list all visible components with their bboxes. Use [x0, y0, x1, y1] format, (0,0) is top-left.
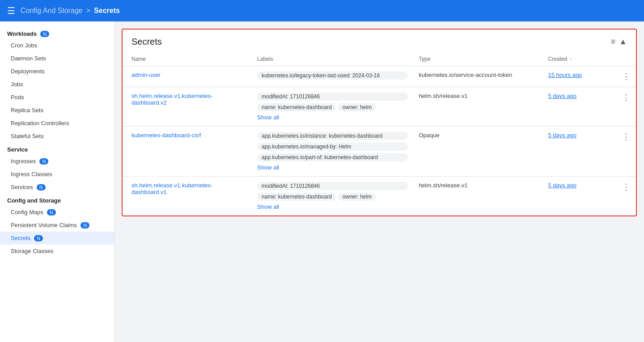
sort-icon: ↑ — [570, 57, 572, 62]
col-header-labels: Labels — [252, 52, 413, 66]
sidebar-item-stateful-sets[interactable]: Stateful Sets — [0, 130, 114, 143]
labels-container: kubernetes.io/legacy-token-last-used: 20… — [257, 72, 408, 80]
config-maps-badge: N — [47, 209, 56, 215]
label-chip: modifiedAt: 1710126846 — [257, 182, 408, 190]
label-chip: app.kubernetes.io/instance: kubernetes-d… — [257, 132, 408, 140]
sidebar-item-ingresses[interactable]: Ingresses N — [0, 155, 114, 168]
content-area: Secrets ≡ ▲ Name Labels Type Created ↑ — [114, 21, 644, 342]
label-chip: owner: helm — [338, 193, 376, 201]
sidebar-section-workloads: Workloads N — [0, 27, 114, 39]
table-row: sh.helm.release.v1.kubernetes-dashboard.… — [123, 87, 636, 127]
sidebar-item-services[interactable]: Services N — [0, 181, 114, 194]
sidebar-item-pods[interactable]: Pods — [0, 91, 114, 104]
breadcrumb: Config And Storage > Secrets — [21, 7, 120, 15]
panel-title: Secrets — [131, 37, 162, 47]
col-header-created: Created ↑ — [542, 52, 616, 66]
labels-container: modifiedAt: 1710126846name: kubernetes-d… — [257, 182, 408, 210]
col-header-type: Type — [413, 52, 542, 66]
label-chip: name: kubernetes-dashboard — [257, 103, 336, 111]
secret-name-link[interactable]: kubernetes-dashboard-csrf — [131, 132, 201, 139]
secret-name-link[interactable]: admin-user — [131, 72, 161, 78]
sidebar-item-secrets[interactable]: Secrets N — [0, 232, 114, 245]
secrets-table: Name Labels Type Created ↑ admin-userkub… — [123, 52, 636, 215]
label-chip: app.kubernetes.io/managed-by: Helm — [257, 143, 408, 151]
sidebar-item-pvc[interactable]: Persistent Volume Claims N — [0, 219, 114, 232]
secret-name-link[interactable]: sh.helm.release.v1.kubernetes-dashboard.… — [131, 182, 212, 195]
show-all-link[interactable]: Show all — [257, 203, 408, 210]
label-chip: app.kubernetes.io/part-of: kubernetes-da… — [257, 153, 408, 161]
table-row: admin-userkubernetes.io/legacy-token-las… — [123, 66, 636, 87]
sidebar-item-jobs[interactable]: Jobs — [0, 78, 114, 91]
table-header-row: Name Labels Type Created ↑ — [123, 52, 636, 66]
secrets-panel: Secrets ≡ ▲ Name Labels Type Created ↑ — [122, 29, 637, 216]
type-value: helm.sh/release.v1 — [419, 182, 467, 189]
created-value: 5 days ago — [548, 93, 576, 99]
col-header-name: Name — [123, 52, 252, 66]
sidebar: Workloads N Cron Jobs Daemon Sets Deploy… — [0, 21, 114, 342]
row-menu-button[interactable]: ⋮ — [622, 132, 630, 141]
label-chip: owner: helm — [338, 103, 376, 111]
panel-actions: ≡ ▲ — [611, 37, 627, 46]
sidebar-item-replication-controllers[interactable]: Replication Controllers — [0, 117, 114, 130]
type-value: Opaque — [419, 132, 439, 139]
breadcrumb-separator: > — [86, 7, 90, 15]
show-all-link[interactable]: Show all — [257, 114, 408, 121]
created-value: 15 hours ago — [548, 72, 582, 78]
table-row: sh.helm.release.v1.kubernetes-dashboard.… — [123, 177, 636, 216]
topbar: ☰ Config And Storage > Secrets — [0, 0, 644, 21]
sidebar-item-config-maps[interactable]: Config Maps N — [0, 206, 114, 219]
type-value: helm.sh/release.v1 — [419, 93, 467, 99]
type-value: kubernetes.io/service-account-token — [419, 72, 512, 78]
label-chip: name: kubernetes-dashboard — [257, 193, 336, 201]
labels-container: app.kubernetes.io/instance: kubernetes-d… — [257, 132, 408, 171]
col-header-actions — [617, 52, 636, 66]
labels-row: name: kubernetes-dashboardowner: helm — [257, 103, 408, 111]
table-row: kubernetes-dashboard-csrfapp.kubernetes.… — [123, 127, 636, 177]
main-layout: Workloads N Cron Jobs Daemon Sets Deploy… — [0, 21, 644, 342]
row-menu-button[interactable]: ⋮ — [622, 72, 630, 81]
sidebar-section-service: Service — [0, 143, 114, 155]
secrets-badge: N — [34, 235, 43, 241]
row-menu-button[interactable]: ⋮ — [622, 93, 630, 102]
services-badge: N — [37, 184, 46, 190]
sidebar-item-replica-sets[interactable]: Replica Sets — [0, 104, 114, 117]
sidebar-section-config-storage: Config and Storage — [0, 194, 114, 206]
panel-header: Secrets ≡ ▲ — [123, 30, 636, 52]
sidebar-item-storage-classes[interactable]: Storage Classes — [0, 245, 114, 258]
sidebar-item-ingress-classes[interactable]: Ingress Classes — [0, 168, 114, 181]
ingresses-badge: N — [39, 158, 48, 165]
pvc-badge: N — [80, 222, 89, 228]
secret-name-link[interactable]: sh.helm.release.v1.kubernetes-dashboard.… — [131, 93, 212, 106]
collapse-icon[interactable]: ▲ — [619, 37, 627, 46]
labels-container: modifiedAt: 1710126846name: kubernetes-d… — [257, 93, 408, 121]
sidebar-item-cron-jobs[interactable]: Cron Jobs — [0, 39, 114, 52]
sidebar-item-daemon-sets[interactable]: Daemon Sets — [0, 52, 114, 65]
workloads-badge: N — [40, 31, 49, 37]
created-value: 5 days ago — [548, 182, 576, 189]
label-chip: modifiedAt: 1710126846 — [257, 93, 408, 101]
sidebar-item-deployments[interactable]: Deployments — [0, 65, 114, 78]
filter-icon[interactable]: ≡ — [611, 37, 616, 46]
labels-row: name: kubernetes-dashboardowner: helm — [257, 193, 408, 201]
label-chip: kubernetes.io/legacy-token-last-used: 20… — [257, 72, 408, 80]
menu-icon[interactable]: ☰ — [7, 5, 15, 16]
created-value: 5 days ago — [548, 132, 576, 139]
show-all-link[interactable]: Show all — [257, 164, 408, 171]
breadcrumb-current: Secrets — [94, 7, 120, 15]
breadcrumb-parent[interactable]: Config And Storage — [21, 7, 83, 15]
row-menu-button[interactable]: ⋮ — [622, 182, 630, 191]
